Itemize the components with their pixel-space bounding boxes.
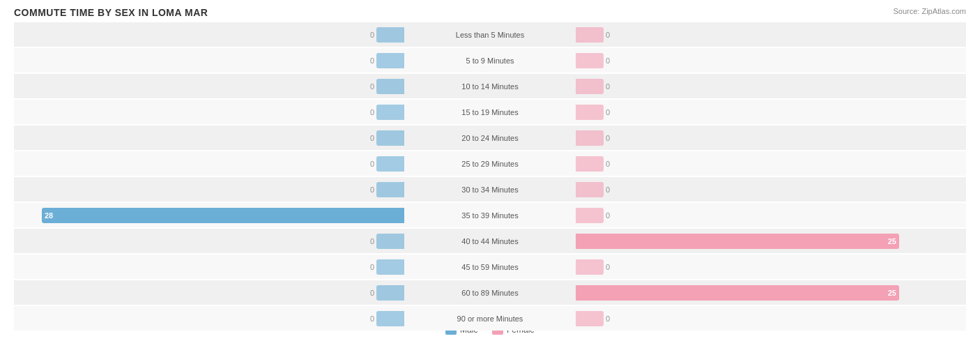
- bar-female: 25: [576, 285, 899, 301]
- bar-male: 0: [376, 182, 404, 197]
- male-zero-label: 0: [357, 185, 374, 194]
- chart-row: 040 to 44 Minutes25: [14, 229, 966, 253]
- bar-female: 0: [576, 156, 604, 172]
- chart-row: 090 or more Minutes0: [14, 306, 966, 331]
- chart-row: 05 to 9 Minutes0: [14, 48, 966, 73]
- female-zero-label: 0: [606, 185, 623, 194]
- left-bar-area: 0: [14, 48, 404, 73]
- female-value-label: 25: [888, 289, 896, 297]
- right-bar-area: 0: [576, 100, 966, 124]
- male-zero-label: 0: [357, 56, 374, 65]
- row-label: 15 to 19 Minutes: [404, 108, 576, 116]
- right-bar-area: 25: [576, 280, 966, 305]
- bar-female: 0: [576, 105, 604, 120]
- male-zero-label: 0: [357, 108, 374, 116]
- bar-male: 0: [376, 234, 404, 249]
- male-zero-label: 0: [357, 82, 374, 91]
- row-label: 5 to 9 Minutes: [404, 56, 576, 65]
- right-bar-area: 0: [576, 177, 966, 202]
- male-zero-label: 0: [357, 289, 374, 297]
- chart-row: 020 to 24 Minutes0: [14, 126, 966, 150]
- bar-male: 0: [376, 53, 404, 68]
- bar-female: 0: [576, 53, 604, 68]
- right-bar-area: 0: [576, 306, 966, 331]
- row-label: 45 to 59 Minutes: [404, 263, 576, 271]
- male-zero-label: 0: [357, 160, 374, 168]
- bar-male: 0: [376, 259, 404, 275]
- right-bar-area: 0: [576, 255, 966, 279]
- female-zero-label: 0: [606, 263, 623, 271]
- bar-male: 0: [376, 156, 404, 172]
- bar-female: 25: [576, 234, 899, 249]
- left-bar-area: 0: [14, 306, 404, 331]
- right-bar-area: 25: [576, 229, 966, 253]
- male-zero-label: 0: [357, 263, 374, 271]
- bar-male: 28: [42, 208, 404, 223]
- chart-row: 060 to 89 Minutes25: [14, 280, 966, 305]
- chart-row: 045 to 59 Minutes0: [14, 255, 966, 279]
- row-label: 20 to 24 Minutes: [404, 134, 576, 142]
- female-value-label: 25: [888, 237, 896, 245]
- chart-area: 0Less than 5 Minutes005 to 9 Minutes0010…: [14, 22, 966, 310]
- chart-row: 030 to 34 Minutes0: [14, 177, 966, 202]
- male-zero-label: 0: [357, 237, 374, 245]
- bar-male: 0: [376, 285, 404, 301]
- right-bar-area: 0: [576, 48, 966, 73]
- chart-row: 025 to 29 Minutes0: [14, 151, 966, 176]
- chart-title: COMMUTE TIME BY SEX IN LOMA MAR: [14, 7, 966, 18]
- left-bar-area: 0: [14, 151, 404, 176]
- left-bar-area: 0: [14, 229, 404, 253]
- right-bar-area: 0: [576, 151, 966, 176]
- bar-female: 0: [576, 27, 604, 43]
- row-label: 10 to 14 Minutes: [404, 82, 576, 91]
- chart-row: 015 to 19 Minutes0: [14, 100, 966, 124]
- left-bar-area: 0: [14, 22, 404, 47]
- right-bar-area: 0: [576, 126, 966, 150]
- bar-female: 0: [576, 130, 604, 146]
- male-zero-label: 0: [357, 134, 374, 142]
- female-zero-label: 0: [606, 31, 623, 39]
- bar-female: 0: [576, 182, 604, 197]
- female-zero-label: 0: [606, 56, 623, 65]
- left-bar-area: 0: [14, 100, 404, 124]
- male-zero-label: 0: [357, 314, 374, 323]
- source-text: Source: ZipAtlas.com: [893, 7, 966, 15]
- female-zero-label: 0: [606, 314, 623, 323]
- female-zero-label: 0: [606, 108, 623, 116]
- bar-female: 0: [576, 311, 604, 326]
- left-bar-area: 0: [14, 126, 404, 150]
- female-zero-label: 0: [606, 134, 623, 142]
- left-bar-area: 28: [14, 203, 404, 227]
- bar-male: 0: [376, 27, 404, 43]
- right-bar-area: 0: [576, 22, 966, 47]
- chart-row: 2835 to 39 Minutes0: [14, 203, 966, 227]
- row-label: 60 to 89 Minutes: [404, 289, 576, 297]
- left-bar-area: 0: [14, 255, 404, 279]
- chart-row: 010 to 14 Minutes0: [14, 74, 966, 98]
- right-bar-area: 0: [576, 74, 966, 98]
- bar-male: 0: [376, 311, 404, 326]
- female-zero-label: 0: [606, 160, 623, 168]
- bar-male: 0: [376, 130, 404, 146]
- left-bar-area: 0: [14, 280, 404, 305]
- female-zero-label: 0: [606, 82, 623, 91]
- chart-row: 0Less than 5 Minutes0: [14, 22, 966, 47]
- female-zero-label: 0: [606, 211, 623, 220]
- row-label: 35 to 39 Minutes: [404, 211, 576, 220]
- row-label: 40 to 44 Minutes: [404, 237, 576, 245]
- row-label: 90 or more Minutes: [404, 314, 576, 323]
- male-value-label: 28: [45, 211, 53, 220]
- bar-female: 0: [576, 208, 604, 223]
- row-label: Less than 5 Minutes: [404, 31, 576, 39]
- left-bar-area: 0: [14, 74, 404, 98]
- row-label: 30 to 34 Minutes: [404, 185, 576, 194]
- left-bar-area: 0: [14, 177, 404, 202]
- bar-male: 0: [376, 79, 404, 94]
- male-zero-label: 0: [357, 31, 374, 39]
- row-label: 25 to 29 Minutes: [404, 160, 576, 168]
- bar-female: 0: [576, 79, 604, 94]
- bar-female: 0: [576, 259, 604, 275]
- right-bar-area: 0: [576, 203, 966, 227]
- chart-container: COMMUTE TIME BY SEX IN LOMA MAR Source: …: [0, 0, 980, 364]
- bar-male: 0: [376, 105, 404, 120]
